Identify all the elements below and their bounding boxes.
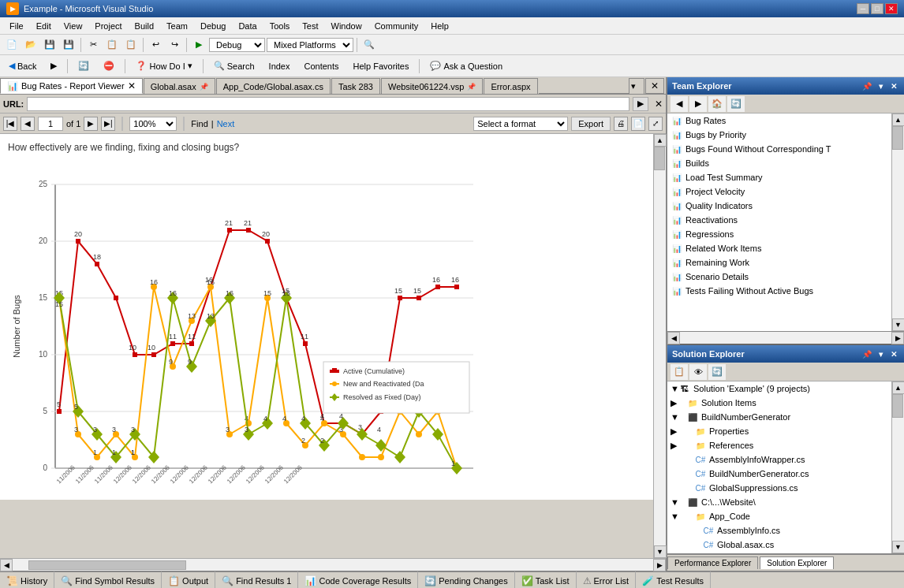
se-globalsup[interactable]: C# GlobalSuppressions.cs (667, 481, 891, 495)
run-btn[interactable]: ▶ (190, 37, 207, 53)
menu-file[interactable]: File (3, 20, 30, 32)
menu-test[interactable]: Test (296, 20, 324, 32)
se-scroll-thumb[interactable] (892, 394, 903, 418)
se-close-btn[interactable]: ✕ (888, 348, 899, 359)
te-item-scenario[interactable]: 📊 Scenario Details (667, 270, 891, 284)
expand-btn[interactable]: ⤢ (648, 117, 663, 131)
tab-pin-1[interactable]: 📌 (200, 83, 208, 91)
te-refresh-btn[interactable]: 🔄 (727, 96, 745, 112)
te-hscrollbar[interactable]: ◀ ▶ (667, 331, 904, 344)
save-btn[interactable]: 💾 (41, 37, 58, 53)
scroll-up-btn[interactable]: ▲ (654, 134, 667, 147)
save-all-btn[interactable]: 💾 (60, 37, 77, 53)
bottom-tab-pending[interactable]: 🔄 Pending Changes (418, 571, 514, 588)
se-buildnumgencs[interactable]: C# BuildNumberGenerator.cs (667, 467, 891, 481)
bottom-tab-tasklist[interactable]: ✅ Task List (515, 571, 577, 588)
se-references[interactable]: ▶ 📁 References (667, 438, 891, 452)
tab-error[interactable]: Error.aspx (484, 78, 537, 94)
menu-project[interactable]: Project (88, 20, 128, 32)
search-btn[interactable]: 🔍 Search (208, 58, 260, 73)
te-scroll-track[interactable] (892, 126, 904, 318)
te-arrow-btn[interactable]: ▾ (875, 80, 886, 91)
url-go-btn[interactable]: ▶ (633, 97, 648, 111)
te-item-velocity[interactable]: 📊 Project Velocity (667, 184, 891, 199)
se-pin-btn[interactable]: 📌 (861, 348, 872, 359)
cut-btn[interactable]: ✂ (84, 37, 102, 53)
te-item-quality[interactable]: 📊 Quality Indicators (667, 199, 891, 213)
te-forward-btn[interactable]: ▶ (689, 96, 707, 112)
te-scroll-down[interactable]: ▼ (892, 318, 905, 331)
menu-edit[interactable]: Edit (30, 20, 58, 32)
helpfav-btn[interactable]: Help Favorites (348, 59, 415, 73)
te-back-btn[interactable]: ◀ (671, 96, 688, 112)
undo-btn[interactable]: ↩ (147, 37, 164, 53)
report-hscrollbar[interactable]: ◀ ▶ (0, 558, 666, 571)
te-scroll-thumb[interactable] (892, 126, 903, 150)
scroll-thumb[interactable] (654, 147, 665, 170)
te-item-reactivations[interactable]: 📊 Reactivations (667, 213, 891, 227)
se-scroll-up[interactable]: ▲ (892, 381, 905, 394)
tab-close-all[interactable]: ▾ (629, 78, 644, 94)
tab-close-0[interactable]: ✕ (128, 80, 136, 91)
platform-combo[interactable]: Mixed Platforms (267, 38, 353, 52)
te-item-bugrates[interactable]: 📊 Bug Rates (667, 114, 891, 128)
se-website[interactable]: ▼ ⬛ C:\...\Website\ (667, 495, 891, 509)
se-show-all-btn[interactable]: 👁 (689, 364, 707, 380)
maximize-button[interactable]: □ (871, 3, 883, 14)
te-item-bugsfound[interactable]: 📊 Bugs Found Without Corresponding T (667, 142, 891, 156)
zoom-combo[interactable]: 100% 75% 50% (129, 117, 177, 131)
se-assemblyinfowrapper[interactable]: C# AssemblyInfoWrapper.cs (667, 452, 891, 467)
te-home-btn[interactable]: 🏠 (708, 96, 726, 112)
te-item-remaining[interactable]: 📊 Remaining Work (667, 255, 891, 270)
find-btn[interactable]: 🔍 (360, 37, 378, 53)
paste-btn[interactable]: 📋 (122, 37, 140, 53)
te-item-regressions[interactable]: 📊 Regressions (667, 227, 891, 241)
te-pin-btn[interactable]: 📌 (861, 80, 872, 91)
se-assemblyinfo[interactable]: C# AssemblyInfo.cs (667, 523, 891, 538)
se-solution[interactable]: ▼ 🏗 Solution 'Example' (9 projects) (667, 381, 891, 396)
open-btn[interactable]: 📂 (22, 37, 39, 53)
menu-window[interactable]: Window (325, 20, 368, 32)
se-vscrollbar[interactable]: ▲ ▼ (891, 381, 904, 553)
stop-btn[interactable]: ⛔ (98, 58, 120, 73)
contents-btn[interactable]: Contents (299, 59, 345, 73)
te-scroll-up[interactable]: ▲ (892, 114, 905, 126)
index-btn[interactable]: Index (263, 59, 296, 73)
te-item-related[interactable]: 📊 Related Work Items (667, 241, 891, 255)
bottom-tab-coverage[interactable]: 📊 Code Coverage Results (298, 571, 418, 588)
menu-team[interactable]: Team (160, 20, 194, 32)
menu-community[interactable]: Community (368, 20, 425, 32)
se-scroll-down[interactable]: ▼ (892, 541, 905, 553)
te-vscrollbar[interactable]: ▲ ▼ (891, 114, 904, 331)
hscroll-right-btn[interactable]: ▶ (653, 559, 666, 571)
se-properties-btn[interactable]: 📋 (671, 364, 688, 380)
tab-bug-rates[interactable]: 📊 Bug Rates - Report Viewer ✕ (0, 78, 143, 94)
askquestion-btn[interactable]: 💬 Ask a Question (424, 58, 508, 73)
copy-btn[interactable]: 📋 (103, 37, 121, 53)
menu-data[interactable]: Data (232, 20, 263, 32)
te-hscroll-left[interactable]: ◀ (667, 332, 680, 344)
scroll-down-btn[interactable]: ▼ (654, 545, 667, 558)
se-scroll-track[interactable] (892, 394, 904, 541)
te-item-builds[interactable]: 📊 Builds (667, 156, 891, 170)
te-item-bugspriority[interactable]: 📊 Bugs by Priority (667, 128, 891, 142)
hscroll-thumb[interactable] (28, 560, 186, 570)
howdoi-btn[interactable]: ❓ How Do I ▾ (130, 58, 197, 73)
page-input[interactable] (38, 117, 63, 131)
bottom-tab-findsymbol[interactable]: 🔍 Find Symbol Results (54, 571, 162, 588)
solution-explorer-tab[interactable]: Solution Explorer (760, 556, 834, 569)
hscroll-left-btn[interactable]: ◀ (0, 559, 13, 571)
se-properties[interactable]: ▶ 📁 Properties (667, 424, 891, 438)
menu-tools[interactable]: Tools (263, 20, 297, 32)
se-appcode[interactable]: ▼ 📁 App_Code (667, 509, 891, 523)
format-combo[interactable]: Select a format PDF Excel Word (473, 117, 568, 131)
print-layout-btn[interactable]: 📄 (631, 117, 645, 131)
se-arrow-btn[interactable]: ▾ (875, 348, 886, 359)
config-combo[interactable]: Debug Release (209, 38, 265, 52)
doc-close-btn[interactable]: ✕ (645, 78, 664, 94)
print-btn[interactable]: 🖨 (614, 117, 628, 131)
te-item-loadtest[interactable]: 📊 Load Test Summary (667, 170, 891, 184)
page-last-btn[interactable]: ▶| (101, 117, 115, 131)
perf-explorer-tab[interactable]: Performance Explorer (667, 556, 758, 569)
back-btn[interactable]: ◀ Back (3, 58, 42, 73)
